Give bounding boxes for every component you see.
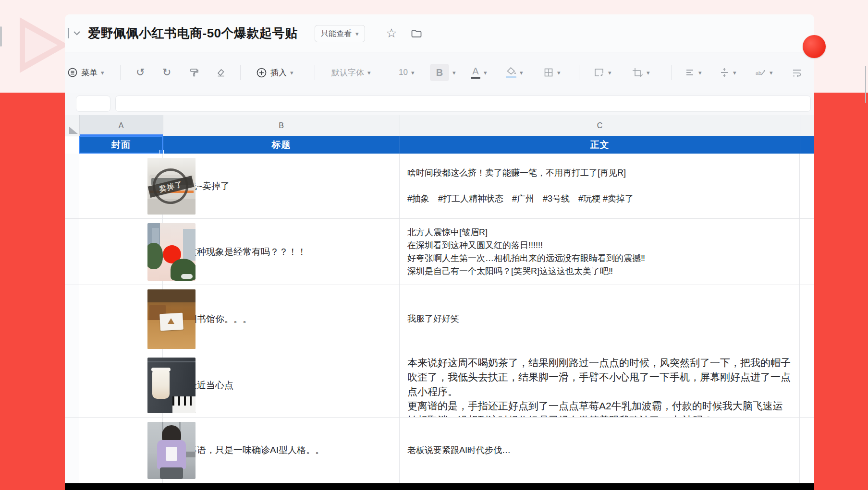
title-cell[interactable]: 三号线~卖掉了 [163,154,400,219]
formula-input[interactable] [115,96,811,112]
menu-label: 菜单 [81,67,98,78]
chevron-down-icon: ▾ [452,70,456,76]
collapsed-breadcrumb [68,28,69,38]
redo-button[interactable]: ↻ [162,52,171,93]
eraser-button[interactable] [216,52,226,93]
empty-cell[interactable] [800,353,814,418]
font-color-icon: A [471,66,480,79]
cover-image-library[interactable] [147,289,196,349]
text-rotate-icon: ab [755,67,766,78]
plus-circle-icon [256,67,267,78]
bottom-black-bar [65,483,814,490]
photo-detail [147,289,196,302]
font-family-value: 默认字体 [331,67,364,78]
chevron-down-icon: ▾ [411,70,415,76]
title-bar: 爱野佩佩小红书电商-50个爆款起号贴 只能查看 ▾ ☆ [65,14,814,52]
empty-cell[interactable] [800,219,814,285]
toolbar-divider [120,65,121,80]
bold-label: B [430,64,449,81]
photo-detail [183,229,196,261]
font-color-button[interactable]: A ▾ [471,52,487,93]
body-text: 我服了好好笑 [407,312,792,325]
chevron-down-icon[interactable] [73,31,81,36]
wrap-text-icon [791,67,803,78]
font-size-select[interactable]: 10 ▾ [399,52,414,93]
title-cell[interactable]: 深圳这种现象是经常有吗？？！！ [163,219,400,285]
format-painter-icon [189,67,199,78]
merge-cells-icon [593,67,605,78]
chevron-down-icon: ▾ [367,70,371,76]
font-family-select[interactable]: 默认字体 ▾ [331,52,371,93]
fill-color-button[interactable]: ▾ [506,52,523,93]
vertical-align-icon [719,67,730,78]
paint-bucket-icon [506,67,516,78]
insert-button[interactable]: 插入 ▾ [256,52,293,93]
chevron-down-icon: ▾ [520,70,523,76]
cover-image-red-sun[interactable] [147,223,196,281]
header-cell-body[interactable]: 正文 [400,136,800,154]
format-painter-button[interactable] [189,52,199,93]
star-favorite-icon[interactable]: ☆ [382,25,401,41]
menu-button[interactable]: 菜单 ▾ [67,52,104,93]
column-header-c[interactable]: C [400,115,800,136]
svg-text:ab: ab [756,70,761,76]
chevron-down-icon: ▾ [101,70,104,76]
body-cell[interactable]: 本来说好这周不喝奶茶了，结果刚刚路过一点点的时候，风突然刮了一下，把我的帽子吹歪… [400,353,800,418]
merge-cells-button[interactable]: ▾ [593,52,611,93]
left-edge-mark [0,26,2,47]
body-text: 啥时间段都这么挤！卖了能赚一笔，不用再打工了[再见R] #抽象 #打工人精神状态… [407,167,792,205]
cover-image-coworker[interactable] [147,422,196,479]
chevron-down-icon: ▾ [557,70,561,76]
screen: 爱野佩佩小红书电商-50个爆款起号贴 只能查看 ▾ ☆ 菜单 ▾ ↺ [0,0,868,490]
body-cell[interactable]: 老板说要紧跟AI时代步伐… [400,418,800,483]
header-cell-title[interactable]: 标题 [163,136,400,154]
column-header-a[interactable]: A [79,115,163,136]
spreadsheet-window: 爱野佩佩小红书电商-50个爆款起号贴 只能查看 ▾ ☆ 菜单 ▾ ↺ [65,14,814,490]
row-gutter [65,285,79,353]
column-headers-row: A B C [65,115,814,136]
red-circle-sticker [803,35,826,58]
photo-detail [168,318,174,324]
empty-cell[interactable] [800,285,814,353]
name-box[interactable] [76,96,110,112]
column-header-b[interactable]: B [163,115,400,136]
undo-button[interactable]: ↺ [136,52,145,93]
horizontal-align-button[interactable]: ▾ [685,52,702,93]
watermark [181,274,193,279]
vertical-align-button[interactable]: ▾ [719,52,736,93]
row-gutter [65,154,79,219]
folder-icon[interactable] [407,26,426,41]
text-rotate-button[interactable]: ab ▾ [755,52,773,93]
cover-image-metro-sold[interactable]: 卖掉了 [147,158,196,215]
chevron-down-icon: ▾ [770,70,773,76]
permission-badge-label: 只能查看 [321,29,352,39]
document-title[interactable]: 爱野佩佩小红书电商-50个爆款起号贴 [88,14,298,52]
title-cell[interactable]: 大家最近当心点 [163,353,400,418]
milk-tea-cup [152,370,170,399]
title-cell[interactable]: 厦大图书馆你。。。 [163,285,400,353]
empty-cell[interactable] [800,154,814,219]
empty-cell[interactable] [800,418,814,483]
title-cell[interactable]: 同事不语，只是一味确诊AI型人格。。 [163,418,400,483]
selected-cell-border [79,136,163,154]
redo-icon: ↻ [162,67,171,78]
body-cell[interactable]: 啥时间段都这么挤！卖了能赚一笔，不用再打工了[再见R] #抽象 #打工人精神状态… [400,154,800,219]
photo-detail [160,467,183,479]
cell-size-button[interactable]: ▾ [632,52,650,93]
row-gutter [65,418,79,483]
body-cell[interactable]: 北方人震惊中[皱眉R] 在深圳看到这种又圆又红的落日!!!!!! 好夸张啊人生第… [400,219,800,285]
insert-label: 插入 [270,67,287,78]
undo-icon: ↺ [136,67,145,78]
menu-grid-icon [67,67,78,78]
font-size-value: 10 [399,68,408,77]
cover-image-milk-tea[interactable] [147,358,196,413]
select-all-corner[interactable] [69,127,78,134]
permission-badge[interactable]: 只能查看 ▾ [315,25,365,42]
wrap-text-button[interactable] [791,52,803,93]
body-cell[interactable]: 我服了好好笑 [400,285,800,353]
bold-button[interactable]: B ▾ [430,52,456,93]
toolbar-divider [671,65,672,80]
cell-size-icon [632,67,643,78]
toolbar: 菜单 ▾ ↺ ↻ [65,52,814,93]
borders-button[interactable]: ▾ [543,52,561,93]
